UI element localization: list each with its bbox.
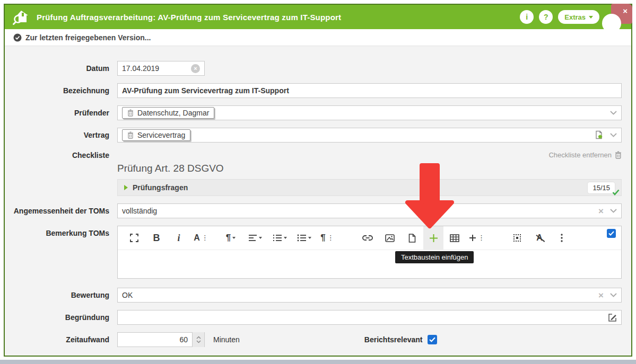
berichtsrelevant-checkbox[interactable]	[428, 335, 437, 344]
bewertung-label: Bewertung	[5, 288, 109, 299]
trash-icon	[127, 109, 134, 117]
check-icon	[429, 337, 435, 342]
row-datum: Datum ×	[5, 61, 631, 76]
fullscreen-icon[interactable]	[123, 228, 145, 248]
chevron-down-icon	[589, 16, 593, 19]
progress-badge-value: 15/15	[588, 182, 615, 193]
row-vertrag: Vertrag Servicevertrag	[5, 128, 631, 143]
help-button[interactable]: ?	[539, 10, 553, 24]
pruefender-field[interactable]: Datenschutz, Dagmar	[117, 105, 622, 120]
close-icon: ×	[623, 7, 628, 15]
row-angemessenheit: Angemessenheit der TOMs vollständig ×	[5, 203, 631, 218]
checkliste-remove-link[interactable]: Checkliste entfernen	[117, 150, 622, 159]
berichtsrelevant-label: Berichtsrelevant	[364, 332, 423, 344]
last-approved-version-link[interactable]: Zur letzten freigegebenen Version...	[25, 33, 151, 42]
chevron-down-icon[interactable]	[610, 293, 617, 297]
chevron-right-icon	[124, 185, 128, 190]
editor-content[interactable]	[118, 250, 621, 279]
paragraph-options-icon[interactable]: ¶ ⋮	[316, 228, 338, 248]
bemerkung-label: Bemerkung TOMs	[5, 226, 109, 237]
bewertung-select[interactable]: OK ×	[117, 288, 622, 303]
bezeichnung-input[interactable]	[122, 86, 617, 95]
bezeichnung-field	[117, 83, 622, 98]
edit-icon[interactable]	[608, 313, 617, 322]
screen: Prüfung Auftragsverarbeitung: AV-Prüfung…	[0, 0, 636, 364]
tooltip: Textbaustein einfügen	[395, 251, 474, 263]
clear-icon[interactable]: ×	[598, 291, 604, 300]
check-circle-icon	[13, 33, 22, 42]
vertrag-label: Vertrag	[5, 128, 109, 139]
insert-link-icon[interactable]	[356, 228, 379, 248]
vertrag-chip-label: Servicevertrag	[137, 131, 185, 139]
datum-clear-icon[interactable]: ×	[191, 64, 200, 73]
pruefender-label: Prüfender	[5, 105, 109, 117]
angemessenheit-value: vollständig	[122, 207, 157, 215]
clear-formatting-icon[interactable]: A	[528, 228, 551, 248]
chevron-down-icon[interactable]	[610, 209, 617, 213]
info-button[interactable]: i	[520, 10, 534, 24]
extras-button[interactable]: Extras	[558, 10, 599, 24]
pruefung-dialog: Prüfung Auftragsverarbeitung: AV-Prüfung…	[4, 4, 632, 357]
chevron-down-icon[interactable]	[610, 111, 617, 115]
rich-text-editor: B i A ⋮ ¶	[117, 226, 622, 279]
pruefender-chip-label: Datenschutz, Dagmar	[137, 109, 209, 117]
checkliste-label: Checkliste	[5, 150, 109, 159]
begruendung-field	[117, 310, 622, 325]
datum-input[interactable]	[122, 64, 191, 73]
close-button[interactable]: ×	[611, 4, 632, 24]
ordered-list-icon[interactable]	[267, 228, 292, 248]
chevron-down-icon	[196, 340, 201, 343]
trash-icon	[127, 131, 134, 139]
number-stepper[interactable]	[192, 332, 204, 347]
angemessenheit-select[interactable]: vollständig ×	[117, 203, 622, 218]
progress-badge: 15/15	[588, 183, 615, 192]
datum-label: Datum	[5, 61, 109, 73]
select-cells-icon[interactable]	[506, 228, 528, 248]
check-icon	[612, 189, 620, 196]
text-style-icon[interactable]: A ⋮	[190, 228, 212, 248]
vertrag-field[interactable]: Servicevertrag	[117, 128, 622, 143]
titlebar-actions: i ? Extras	[520, 10, 599, 24]
insert-table-icon[interactable]	[443, 228, 466, 248]
insert-file-icon[interactable]	[401, 228, 423, 248]
clear-icon[interactable]: ×	[598, 207, 604, 216]
editor-checkbox[interactable]	[607, 229, 616, 238]
bezeichnung-label: Bezeichnung	[5, 83, 109, 95]
unordered-list-icon[interactable]	[292, 228, 316, 248]
row-checkliste: Checkliste Checkliste entfernen Prüfung …	[5, 150, 631, 196]
vertrag-chip[interactable]: Servicevertrag	[122, 129, 190, 141]
row-bewertung: Bewertung OK ×	[5, 288, 631, 303]
new-document-icon[interactable]	[594, 130, 604, 140]
dialog-title: Prüfung Auftragsverarbeitung: AV-Prüfung…	[37, 13, 341, 22]
editor-toolbar: B i A ⋮ ¶	[118, 226, 621, 250]
version-bar: Zur letzten freigegebenen Version...	[5, 29, 631, 46]
bottom-strip	[0, 360, 636, 364]
paragraph-format-icon[interactable]: ¶	[219, 228, 243, 248]
app-logo-icon	[12, 8, 30, 25]
insert-more-icon[interactable]: ⋮	[466, 228, 488, 248]
italic-icon[interactable]: i	[168, 228, 190, 248]
datum-field: ×	[117, 61, 205, 76]
chevron-up-icon	[196, 336, 201, 339]
form-body: Datum × Bezeichnung Pr	[5, 46, 631, 347]
begruendung-label: Begründung	[5, 310, 109, 322]
row-bezeichnung: Bezeichnung	[5, 83, 631, 98]
zeitaufwand-label: Zeitaufwand	[5, 332, 109, 344]
pruefungsfragen-label: Prüfungsfragen	[133, 183, 188, 192]
row-pruefender: Prüfender Datenschutz, Dagmar	[5, 105, 631, 120]
chevron-down-icon[interactable]	[610, 133, 617, 137]
row-begruendung: Begründung	[5, 310, 631, 325]
begruendung-input[interactable]	[122, 313, 608, 322]
zeitaufwand-input[interactable]	[122, 335, 188, 344]
insert-image-icon[interactable]	[379, 228, 401, 248]
row-zeitaufwand: Zeitaufwand Minuten	[5, 332, 631, 347]
extras-label: Extras	[564, 13, 586, 21]
checkliste-heading: Prüfung Art. 28 DSGVO	[117, 163, 622, 174]
pruefender-chip[interactable]: Datenschutz, Dagmar	[122, 107, 214, 119]
bold-icon[interactable]: B	[145, 228, 168, 248]
more-options-icon[interactable]	[551, 228, 573, 248]
insert-text-block-icon[interactable]	[423, 226, 443, 250]
check-icon	[608, 231, 614, 236]
pruefungsfragen-accordion[interactable]: Prüfungsfragen 15/15	[117, 179, 622, 196]
align-icon[interactable]	[243, 228, 267, 248]
